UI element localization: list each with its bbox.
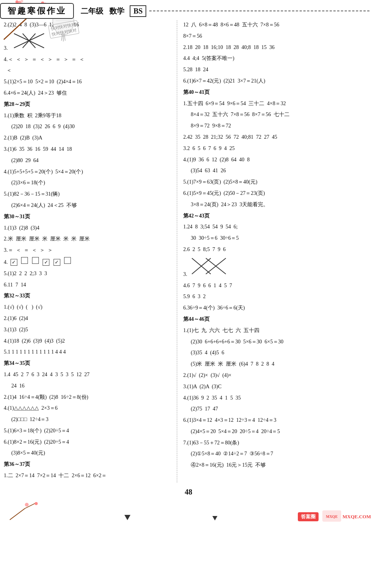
s28-4b: (2)3×6＝18(个) [4, 178, 173, 187]
section-40-41: 第40～41页 [183, 88, 366, 97]
site-url: MXQE.COM [343, 514, 371, 520]
left-line-5: 5.(1)2×5＝10 5×2＝10 (2)4×4＝16 [4, 77, 173, 86]
s34-2: 2.(1)4 16÷4＝4(颗) (2)8 16÷2＝8(份) [4, 393, 173, 402]
s40-6b: 3×8＝24(页) 24＞23 3天能看完。 [183, 200, 366, 209]
s32-4: 4.(1)18 (2)6 (3)9 (4)3 (5)2 [4, 337, 173, 346]
s34-1: 1.4 45 2 7 6 3 24 4 3 5 3 5 12 27 [4, 370, 173, 379]
s34-6b: (3)8×5＝40(元) [4, 449, 173, 458]
s44-1: 1.(1)七 九 六六 七七 六 五十四 [183, 326, 366, 335]
s40-2: 2.42 35 28 21;32 56 72 40;81 72 27 45 [183, 133, 366, 142]
s44-4: 4.(1)36 9 2 35 4 1 5 35 [183, 394, 366, 403]
svg-line-28 [10, 508, 25, 520]
r-line-2: 8×7＝56 [183, 32, 366, 41]
s34-4b: (2)□□□ 12÷4＝3 [4, 415, 173, 424]
svg-marker-32 [124, 515, 130, 520]
s30-1: 1.(1)3 (2)8 (3)4 [4, 224, 173, 233]
s40-1c: 8×9＝72 9×8＝72 [183, 121, 366, 130]
s40-4b: (3)54 63 41 26 [183, 166, 366, 175]
section-32-33: 第32～33页 [4, 291, 173, 300]
s40-1b: 8×4＝32 五十六 7×8＝56 8×7＝56 七十二 [183, 110, 366, 119]
answer-logo: 答案圈 MXQE MXQE.COM [298, 510, 371, 523]
s28-3b: (2)80 29 64 [4, 156, 173, 165]
r-line-4: 4.4 4;4 5(答案不唯一) [183, 54, 366, 63]
left-column: 2.(2)2 4 8 (3)3—6 12 (4)4 8 16 3. 4.＜ ＜ … [4, 20, 177, 482]
s40-4: 4.(1)9 36 6 12 (2)8 64 40 8 [183, 155, 366, 164]
s32-2: 2.(1)6 (2)4 [4, 314, 173, 323]
s42-3: 3. [183, 256, 366, 279]
left-line-4: 4.＜ ＜ ＞ ＝ ＜ ＞ ＝ ＞ ＝ ＜ [4, 55, 173, 64]
left-line-4b: ＜ [4, 66, 173, 75]
svg-marker-33 [212, 516, 217, 521]
s44-3: 3.(1)A (2)A (3)C [183, 382, 366, 391]
s28-5: 5.(1)82－36－15＝31(辆) [4, 190, 173, 199]
s44-6b: (2)4×5＝20 5×4＝20 20÷5＝4 20÷4＝5 [183, 427, 366, 436]
subject-label: 数学 [109, 6, 124, 16]
s44-1d: (5)米 厘米 米 厘米 (6)4 7 8 2 8 4 [183, 360, 366, 369]
footer: 答案圈 MXQE MXQE.COM [0, 499, 377, 523]
r-line-3: 2.18 20 18 16;10 18 28 40;8 18 15 36 [183, 43, 366, 52]
edition-label: BS [130, 5, 146, 17]
s28-3: 3.(1)6 35 36 16 59 44 14 18 [4, 145, 173, 154]
s40-6: 6.(1)5×9＝45(元) (2)50－27＝23(页) [183, 189, 366, 198]
r-line-6: 6.(1)6×7＝42(元) (2)21 3×7＝21(人) [183, 77, 366, 86]
s30-5: 5.(1)2 2 2 2;3 3 3 [4, 269, 173, 278]
left-line-6: 6.4×6＝24(人) 24＞23 够住 [4, 89, 173, 98]
header-dashes [149, 11, 369, 11]
s42-6: 6.36÷9＝4(个) 36÷6＝6(天) [183, 303, 366, 312]
s44-1c: (3)35 4 (4)5 6 [183, 348, 366, 357]
s28-1b: (2)20 18 (3)2 26 6 9 (4)30 [4, 122, 173, 131]
main-content: 2.(2)2 4 8 (3)3—6 12 (4)4 8 16 3. 4.＜ ＜ … [0, 20, 377, 482]
s34-5: 5.(1)6×3＝18(个) (2)20÷5＝4 [4, 426, 173, 435]
checkbox-4: ✓ [43, 259, 49, 266]
s30-4: 4. ✓ ✓ ✓ [4, 257, 173, 267]
s30-6: 6.11 7 14 [4, 280, 173, 289]
s28-1: 1.(1)乘数 积 2乘9等于18 [4, 111, 173, 120]
page-header: 智趣寒假作业 二年级 数学 BS [0, 0, 377, 20]
s32-3: 3.(1)3 (2)5 [4, 325, 173, 334]
s44-7: 7.(1)63－55＋72＝80(条) [183, 438, 366, 447]
checkbox-1: ✓ [11, 259, 17, 266]
s28-2: 2.(1)B (2)B (3)A [4, 133, 173, 142]
s28-4: 4.(1)5+5+5+5＝20(个) 5×4＝20(个) [4, 167, 173, 176]
s42-5: 5.9 6 3 2 [183, 292, 366, 301]
r-line-1: 12 八 6×8＝48 8×6＝48 五十六 7×8＝56 [183, 20, 366, 29]
s42-2: 2.6 2 5 8;5 7 9 6 [183, 245, 366, 254]
s28-5b: (2)6×4＝24(人) 24＜25 不够 [4, 201, 173, 210]
s44-1b: (2)30 6+6+6+6+6＝30 5×6＝30 6×5＝30 [183, 337, 366, 346]
s40-1: 1.五十四 6×9＝54 9×6＝54 三十二 4×8＝32 [183, 99, 366, 108]
right-column: 12 八 6×8＝48 8×6＝48 五十六 7×8＝56 8×7＝56 2.1… [177, 20, 366, 482]
s34-4: 4.(1)△△△△△△ 2×3＝6 [4, 404, 173, 413]
checkbox-3 [32, 257, 39, 264]
s44-6: 6.(1)3×4＝12 4×3＝12 12÷3＝4 12÷4＝3 [183, 416, 366, 425]
section-30-31: 第30～31页 [4, 212, 173, 221]
s32-5: 5.1 1 1 1 1 1 1 1 1 1 1 1 4 4 4 [4, 348, 173, 357]
section-42-43: 第42～43页 [183, 211, 366, 220]
footer-arrow2 [211, 514, 219, 523]
grade-label: 二年级 [81, 6, 103, 16]
s44-7c: ④2×8＝16(元) 16元＞15元 不够 [183, 461, 366, 470]
left-line-1: 2.(2)2 4 8 (3)3—6 12 (4)4 8 16 [4, 20, 173, 29]
s30-2: 2.米 厘米 厘米 米 厘米 米 米 厘米 [4, 234, 173, 243]
s44-7b: (2)①5×8＝40 ②14÷2＝7 ③56÷8＝7 [183, 449, 366, 458]
section-28-29: 第28～29页 [4, 100, 173, 109]
svg-point-30 [25, 503, 29, 507]
section-34-35: 第34～35页 [4, 359, 173, 368]
footer-arrow [123, 513, 132, 523]
s44-2: 2.(1)√ (2)× (3)√ (4)× [183, 371, 366, 380]
checkbox-5: ✓ [54, 259, 60, 266]
page-number: 48 [0, 488, 377, 496]
s40-3: 3.2 6 5 6 7 6 9 4 25 [183, 144, 366, 153]
checkbox-2 [21, 257, 28, 264]
s42-1: 1.24 8 3;54 54 9 54 6; [183, 222, 366, 231]
left-line-2: 3. [4, 32, 173, 53]
checkbox-6 [64, 257, 71, 264]
footer-left [6, 501, 44, 523]
s44-4b: (2)75 17 47 [183, 404, 366, 413]
s30-3: 3.＝ ＜ ＝ ＜ ＞ ＞ [4, 246, 173, 255]
r-line-5: 5.28 18 24 [183, 65, 366, 74]
s34-1b: 24 16 [4, 381, 173, 390]
book-title: 智趣寒假作业 [0, 3, 74, 19]
s40-5: 5.(1)7×9＝63(页) (2)5×8＝40(元) [183, 178, 366, 187]
s36-1: 1.二 2×7＝14 7×2＝14 十二 2×6＝12 6×2＝ [4, 471, 173, 480]
section-36-37: 第36～37页 [4, 460, 173, 469]
